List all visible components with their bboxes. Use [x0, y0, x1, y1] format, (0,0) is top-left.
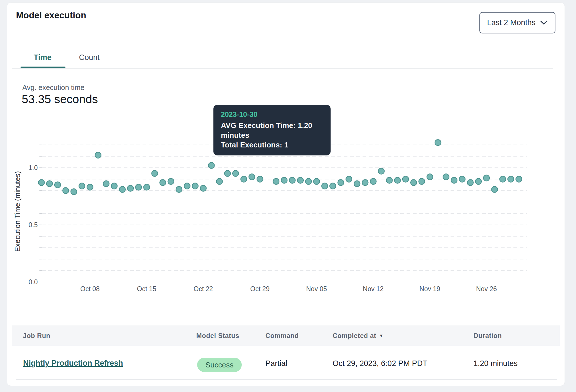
data-point[interactable] [208, 163, 214, 169]
data-point[interactable] [55, 182, 61, 188]
status-badge: Success [197, 358, 242, 372]
command-cell: Partial [265, 359, 287, 368]
data-point[interactable] [217, 179, 223, 185]
x-tick-label: Nov 26 [476, 285, 497, 293]
duration-cell: 1.20 minutes [473, 359, 518, 368]
data-point[interactable] [192, 183, 198, 189]
data-point[interactable] [103, 181, 109, 187]
data-point[interactable] [451, 177, 457, 183]
data-point[interactable] [281, 177, 287, 183]
data-point[interactable] [168, 179, 174, 185]
data-point[interactable] [184, 183, 190, 189]
y-axis-title: Execution Time (minutes) [13, 171, 21, 252]
dashboard-screen: Model execution Last 2 Months Time Count… [0, 0, 576, 392]
data-point[interactable] [305, 179, 311, 185]
completed-at-cell: Oct 29, 2023, 6:02 PM PDT [333, 359, 427, 368]
row-divider [16, 379, 557, 380]
y-tick-label: 1.0 [29, 164, 38, 171]
tooltip-total-executions: Total Executions: 1 [221, 140, 323, 150]
data-point[interactable] [225, 171, 231, 177]
data-point[interactable] [386, 177, 392, 183]
data-point[interactable] [419, 179, 425, 185]
data-point[interactable] [233, 171, 239, 177]
column-header-completed-at[interactable]: Completed at▼ [333, 332, 383, 340]
data-point[interactable] [144, 184, 150, 190]
date-range-label: Last 2 Months [487, 18, 536, 27]
tab-bar-divider [12, 68, 553, 69]
data-point[interactable] [273, 179, 279, 185]
data-point[interactable] [176, 187, 182, 193]
data-point[interactable] [87, 184, 93, 190]
x-tick-label: Oct 29 [250, 285, 270, 293]
data-point[interactable] [63, 188, 69, 194]
data-point[interactable] [483, 175, 489, 181]
chart-tooltip: 2023-10-30 AVG Execution Time: 1.20 minu… [213, 105, 331, 155]
data-point[interactable] [79, 183, 85, 189]
y-tick-label: 0.0 [29, 278, 38, 286]
data-point[interactable] [395, 177, 401, 183]
data-point[interactable] [39, 180, 45, 186]
column-header-duration[interactable]: Duration [473, 332, 502, 340]
data-point[interactable] [362, 180, 368, 186]
data-point[interactable] [403, 176, 409, 182]
x-tick-label: Oct 15 [137, 285, 156, 293]
data-point[interactable] [241, 176, 247, 182]
data-point[interactable] [475, 179, 481, 185]
column-header-command[interactable]: Command [265, 332, 299, 340]
data-point[interactable] [135, 184, 141, 190]
tooltip-avg-execution-time: AVG Execution Time: 1.20 minutes [221, 121, 323, 140]
data-point[interactable] [47, 181, 53, 187]
data-point[interactable] [500, 176, 506, 182]
x-tick-label: Nov 12 [363, 285, 384, 293]
chevron-down-icon [540, 20, 548, 25]
x-tick-label: Nov 19 [419, 285, 440, 293]
data-point[interactable] [111, 183, 117, 189]
date-range-select[interactable]: Last 2 Months [479, 12, 555, 33]
data-point[interactable] [508, 176, 514, 182]
data-point[interactable] [354, 181, 360, 187]
y-tick-label: 0.5 [29, 221, 38, 229]
column-header-model-status[interactable]: Model Status [196, 332, 239, 340]
tooltip-date: 2023-10-30 [221, 110, 323, 119]
data-point[interactable] [200, 185, 206, 191]
data-point[interactable] [313, 179, 319, 185]
data-point[interactable] [119, 187, 125, 193]
data-point[interactable] [346, 176, 352, 182]
data-point[interactable] [378, 168, 384, 174]
data-point[interactable] [492, 187, 498, 193]
caret-down-icon: ▼ [379, 333, 383, 338]
job-run-link[interactable]: Nightly Production Refresh [23, 359, 123, 368]
data-point[interactable] [370, 179, 376, 185]
data-point[interactable] [152, 171, 158, 177]
data-point[interactable] [516, 176, 522, 182]
data-point[interactable] [95, 152, 101, 158]
table-header: Job Run Model Status Command Completed a… [12, 325, 560, 346]
data-point[interactable] [322, 183, 328, 189]
data-point[interactable] [289, 177, 295, 183]
page-title: Model execution [16, 10, 86, 21]
data-point[interactable] [257, 176, 263, 182]
x-tick-label: Nov 05 [306, 285, 327, 293]
data-point[interactable] [435, 140, 441, 146]
data-point[interactable] [467, 180, 473, 186]
data-point[interactable] [71, 189, 77, 195]
data-point[interactable] [297, 177, 303, 183]
x-tick-label: Oct 08 [80, 285, 100, 293]
completed-at-label: Completed at [333, 332, 376, 339]
data-point[interactable] [338, 180, 344, 186]
data-point[interactable] [127, 185, 133, 191]
column-header-job-run[interactable]: Job Run [23, 332, 50, 340]
data-point[interactable] [459, 176, 465, 182]
tab-count[interactable]: Count [71, 51, 107, 63]
avg-execution-time-label: Avg. execution time [22, 83, 85, 92]
data-point[interactable] [249, 174, 255, 180]
tab-time[interactable]: Time [26, 51, 59, 63]
data-point[interactable] [160, 180, 166, 186]
avg-execution-time-value: 53.35 seconds [22, 93, 98, 106]
data-point[interactable] [330, 183, 336, 189]
data-point[interactable] [443, 174, 449, 180]
data-point[interactable] [427, 174, 433, 180]
x-tick-label: Oct 22 [194, 285, 213, 293]
data-point[interactable] [411, 180, 417, 186]
